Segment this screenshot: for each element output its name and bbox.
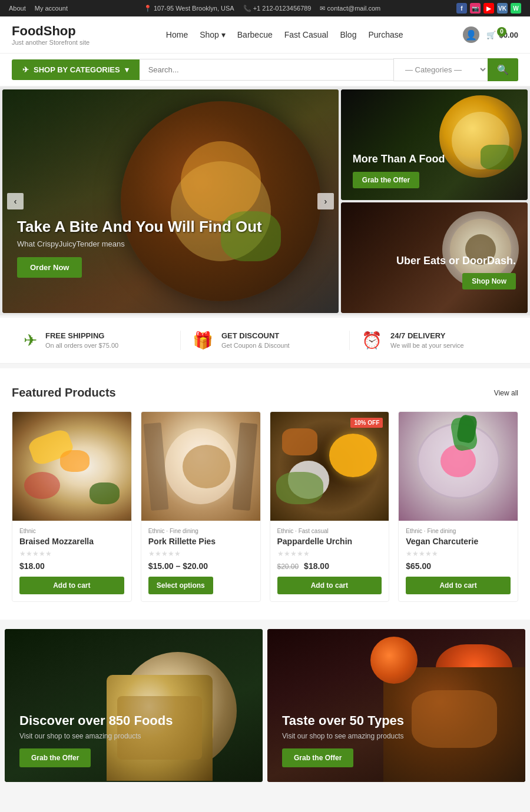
product-image-3: 10% OFF <box>270 412 389 521</box>
cart-icon: 🛒 <box>486 31 496 39</box>
paper-plane-icon: ✈ <box>22 65 29 74</box>
featured-products-section: Featured Products View all Ethnic Braise… <box>0 368 530 620</box>
logo-tagline: Just another Storefront site <box>12 39 106 46</box>
product-category-1: Ethnic <box>19 528 124 534</box>
product-stars-3: ★★★★★ <box>277 550 382 558</box>
logo-title: FoodShop <box>12 24 106 39</box>
side-banner-1-title: More Than A Food <box>353 153 445 166</box>
side-banner-2-button[interactable]: Shop Now <box>462 273 516 289</box>
product-info-4: Ethnic · Fine dining Vegan Charcuterie ★… <box>399 521 518 601</box>
side-banner-2-title: Uber Eats or DoorDash. <box>396 255 516 267</box>
bottom-banners: Discover over 850 Foods Visit our shop t… <box>0 624 530 787</box>
benefits-bar: ✈ FREE SHIPPING On all orders over $75.0… <box>0 318 530 364</box>
logo-area: FoodShop Just another Storefront site <box>12 24 106 46</box>
bottom-banner-2: Taste over 50 Types Visit our shop to se… <box>267 629 525 782</box>
product-price-4: $65.00 <box>406 561 511 571</box>
user-account-icon[interactable]: 👤 <box>463 26 479 43</box>
whatsapp-icon[interactable]: W <box>511 3 521 14</box>
benefit-discount-title: GET DISCOUNT <box>221 331 290 340</box>
side-banner-2-content: Uber Eats or DoorDash. Shop Now <box>396 255 516 289</box>
hero-next-button[interactable]: › <box>317 193 334 209</box>
shipping-icon: ✈ <box>24 331 37 350</box>
hero-title: Take A Bite And You Will Find Out <box>17 218 262 236</box>
youtube-icon[interactable]: ▶ <box>483 3 494 14</box>
product-price-3: $20.00 $18.00 <box>277 561 382 571</box>
address: 📍 107-95 West Brooklyn, USA <box>144 5 234 12</box>
select-options-button-2[interactable]: Select options <box>148 577 213 594</box>
benefit-delivery-sub: We will be at your service <box>390 342 464 349</box>
product-card-3: 10% OFF Ethnic · Fast casual Pappardelle… <box>270 411 390 602</box>
benefit-discount: 🎁 GET DISCOUNT Get Coupon & Discount <box>181 331 350 350</box>
benefit-shipping-sub: On all orders over $75.00 <box>45 342 118 349</box>
hero-main-banner: Take A Bite And You Will Find Out What C… <box>2 89 339 313</box>
product-price-1: $18.00 <box>19 561 124 571</box>
product-stars-4: ★★★★★ <box>406 550 511 558</box>
featured-title: Featured Products <box>12 386 116 400</box>
email: ✉ contact@mail.com <box>320 5 380 12</box>
nav-blog[interactable]: Blog <box>340 30 356 39</box>
cart-area[interactable]: 🛒 0 $0.00 <box>486 31 518 39</box>
cart-badge: 0 <box>497 27 506 36</box>
vk-icon[interactable]: VK <box>497 3 508 14</box>
product-info-2: Ethnic · Fine dining Pork Rillette Pies … <box>141 521 260 601</box>
benefit-shipping: ✈ FREE SHIPPING On all orders over $75.0… <box>12 331 181 350</box>
main-nav: Home Shop ▾ Barbecue Fast Casual Blog Pu… <box>166 30 403 39</box>
nav-fastcasual[interactable]: Fast Casual <box>284 30 329 39</box>
add-to-cart-button-4[interactable]: Add to cart <box>406 577 511 594</box>
bottom-banner-2-sub: Visit our shop to see amazing products <box>282 732 404 740</box>
shop-by-categories-button[interactable]: ✈ SHOP BY CATEGORIES ▾ <box>12 59 140 80</box>
product-name-4: Vegan Charcuterie <box>406 537 511 546</box>
product-category-4: Ethnic · Fine dining <box>406 528 511 534</box>
top-bar-left: About My account <box>9 5 68 12</box>
add-to-cart-button-1[interactable]: Add to cart <box>19 577 124 594</box>
bottom-banner-1-button[interactable]: Grab the Offer <box>19 748 91 767</box>
search-section: ✈ SHOP BY CATEGORIES ▾ — Categories — 🔍 <box>0 54 530 87</box>
bottom-banner-1-content: Discover over 850 Foods Visit our shop t… <box>19 713 173 767</box>
product-category-3: Ethnic · Fast casual <box>277 528 382 534</box>
myaccount-link[interactable]: My account <box>35 5 68 12</box>
benefit-delivery-text: 24/7 DELIVERY We will be at your service <box>390 331 464 350</box>
facebook-icon[interactable]: f <box>456 3 467 14</box>
product-price-2: $15.00 – $20.00 <box>148 561 253 571</box>
nav-barbecue[interactable]: Barbecue <box>237 30 273 39</box>
categories-select[interactable]: — Categories — <box>393 58 488 81</box>
about-link[interactable]: About <box>9 5 26 12</box>
hero-prev-button[interactable]: ‹ <box>7 193 24 209</box>
side-banner-1-content: More Than A Food Grab the Offer <box>353 153 445 188</box>
side-banner-1-button[interactable]: Grab the Offer <box>353 172 419 188</box>
product-name-1: Braised Mozzarella <box>19 537 124 546</box>
search-input[interactable] <box>140 59 393 81</box>
hero-content: Take A Bite And You Will Find Out What C… <box>17 218 262 278</box>
view-all-link[interactable]: View all <box>494 389 518 397</box>
nav-purchase[interactable]: Purchase <box>368 30 403 39</box>
top-bar: About My account 📍 107-95 West Brooklyn,… <box>0 0 530 16</box>
instagram-icon[interactable]: 📷 <box>470 3 481 14</box>
current-price-3: $18.00 <box>304 561 329 571</box>
side-banner-1: More Than A Food Grab the Offer <box>341 89 528 200</box>
top-bar-info: 📍 107-95 West Brooklyn, USA 📞 +1 212-012… <box>144 5 380 12</box>
bottom-banner-1: Discover over 850 Foods Visit our shop t… <box>5 629 263 782</box>
product-card-2: Ethnic · Fine dining Pork Rillette Pies … <box>141 411 261 602</box>
search-button[interactable]: 🔍 <box>488 58 518 81</box>
nav-home[interactable]: Home <box>166 30 188 39</box>
nav-shop[interactable]: Shop ▾ <box>200 30 226 39</box>
benefit-discount-text: GET DISCOUNT Get Coupon & Discount <box>221 331 290 350</box>
product-stars-2: ★★★★★ <box>148 550 253 558</box>
shop-by-cat-label: SHOP BY CATEGORIES <box>34 65 120 74</box>
add-to-cart-button-3[interactable]: Add to cart <box>277 577 382 594</box>
product-name-2: Pork Rillette Pies <box>148 537 253 546</box>
hero-side-banners: More Than A Food Grab the Offer Uber Eat… <box>341 89 528 313</box>
hero-section: Take A Bite And You Will Find Out What C… <box>0 87 530 315</box>
discount-icon: 🎁 <box>193 331 213 350</box>
product-category-2: Ethnic · Fine dining <box>148 528 253 534</box>
discount-badge-3: 10% OFF <box>350 418 383 428</box>
product-card-1: Ethnic Braised Mozzarella ★★★★★ $18.00 A… <box>12 411 132 602</box>
bottom-banner-1-title: Discover over 850 Foods <box>19 713 173 728</box>
phone: 📞 +1 212-0123456789 <box>243 5 312 12</box>
bottom-banner-2-button[interactable]: Grab the Offer <box>282 748 353 767</box>
social-icons: f 📷 ▶ VK W <box>456 3 521 14</box>
hero-order-now-button[interactable]: Order Now <box>17 257 82 278</box>
benefit-discount-sub: Get Coupon & Discount <box>221 342 290 349</box>
old-price-3: $20.00 <box>277 563 299 571</box>
side-banner-2: Uber Eats or DoorDash. Shop Now <box>341 202 528 313</box>
